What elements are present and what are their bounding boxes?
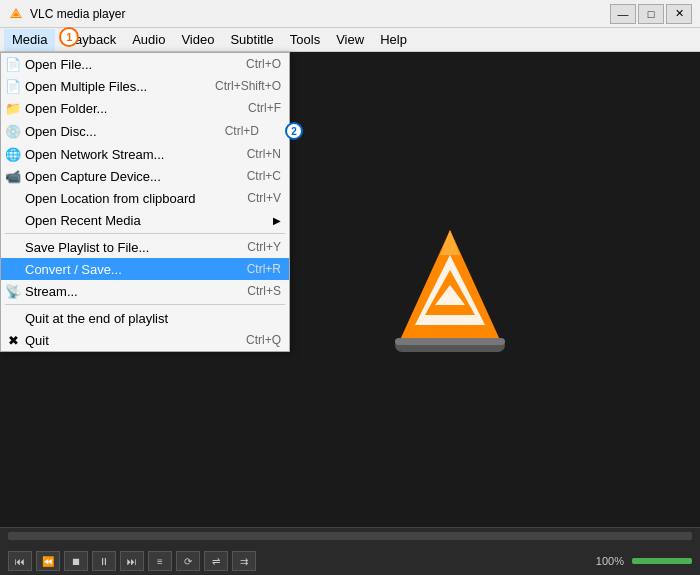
menu-item-open-network[interactable]: 🌐 Open Network Stream... Ctrl+N bbox=[1, 143, 289, 165]
pause-button[interactable]: ⏸ bbox=[92, 551, 116, 571]
volume-label: 100% bbox=[596, 555, 624, 567]
menu-view[interactable]: View bbox=[328, 29, 372, 51]
video-area: 📄 Open File... Ctrl+O 📄 Open Multiple Fi… bbox=[0, 52, 700, 527]
menu-item-save-playlist[interactable]: Save Playlist to File... Ctrl+Y bbox=[1, 236, 289, 258]
open-folder-shortcut: Ctrl+F bbox=[248, 101, 281, 115]
app-icon bbox=[8, 6, 24, 22]
separator-2 bbox=[5, 304, 285, 305]
open-location-shortcut: Ctrl+V bbox=[247, 191, 281, 205]
menu-video[interactable]: Video bbox=[173, 29, 222, 51]
menu-item-convert-save[interactable]: Convert / Save... Ctrl+R bbox=[1, 258, 289, 280]
playlist-button[interactable]: ≡ bbox=[148, 551, 172, 571]
menu-tools[interactable]: Tools bbox=[282, 29, 328, 51]
window-controls: — □ ✕ bbox=[610, 4, 692, 24]
open-multiple-shortcut: Ctrl+Shift+O bbox=[215, 79, 281, 93]
stop-button[interactable]: ⏹ bbox=[64, 551, 88, 571]
open-file-label: Open File... bbox=[25, 57, 226, 72]
open-disc-label: Open Disc... bbox=[25, 124, 205, 139]
menu-item-open-recent[interactable]: Open Recent Media ▶ bbox=[1, 209, 289, 231]
menu-item-open-folder[interactable]: 📁 Open Folder... Ctrl+F bbox=[1, 97, 289, 119]
separator-1 bbox=[5, 233, 285, 234]
open-capture-shortcut: Ctrl+C bbox=[247, 169, 281, 183]
menu-item-open-multiple[interactable]: 📄 Open Multiple Files... Ctrl+Shift+O bbox=[1, 75, 289, 97]
svg-rect-10 bbox=[395, 338, 505, 345]
open-folder-label: Open Folder... bbox=[25, 101, 228, 116]
rewind-button[interactable]: ⏪ bbox=[36, 551, 60, 571]
playback-controls: ⏮ ⏪ ⏹ ⏸ ⏭ ≡ ⟳ ⇌ ⇉ 100% bbox=[0, 527, 700, 575]
open-multiple-label: Open Multiple Files... bbox=[25, 79, 195, 94]
stream-label: Stream... bbox=[25, 284, 227, 299]
save-playlist-label: Save Playlist to File... bbox=[25, 240, 227, 255]
menu-item-open-disc[interactable]: 💿 Open Disc... Ctrl+D 2 bbox=[1, 119, 289, 143]
open-recent-arrow: ▶ bbox=[273, 215, 281, 226]
badge-2: 2 bbox=[285, 122, 303, 140]
open-capture-icon: 📹 bbox=[5, 168, 21, 184]
menubar: Media 1 Playback Audio Video Subtitle To… bbox=[0, 28, 700, 52]
volume-fill bbox=[632, 558, 692, 564]
convert-save-label: Convert / Save... bbox=[25, 262, 227, 277]
close-button[interactable]: ✕ bbox=[666, 4, 692, 24]
prev-button[interactable]: ⏮ bbox=[8, 551, 32, 571]
open-network-shortcut: Ctrl+N bbox=[247, 147, 281, 161]
menu-help[interactable]: Help bbox=[372, 29, 415, 51]
volume-bar[interactable] bbox=[632, 558, 692, 564]
quit-end-label: Quit at the end of playlist bbox=[25, 311, 281, 326]
quit-label: Quit bbox=[25, 333, 226, 348]
open-recent-label: Open Recent Media bbox=[25, 213, 269, 228]
quit-icon: ✖ bbox=[5, 332, 21, 348]
menu-media[interactable]: Media 1 bbox=[4, 29, 55, 51]
open-folder-icon: 📁 bbox=[5, 100, 21, 116]
loop-button[interactable]: ⟳ bbox=[176, 551, 200, 571]
open-multiple-icon: 📄 bbox=[5, 78, 21, 94]
menu-subtitle[interactable]: Subtitle bbox=[222, 29, 281, 51]
quit-shortcut: Ctrl+Q bbox=[246, 333, 281, 347]
seek-bar[interactable] bbox=[8, 532, 692, 540]
badge-1: 1 bbox=[59, 27, 79, 47]
menu-item-stream[interactable]: 📡 Stream... Ctrl+S bbox=[1, 280, 289, 302]
minimize-button[interactable]: — bbox=[610, 4, 636, 24]
window-title: VLC media player bbox=[30, 7, 610, 21]
open-file-shortcut: Ctrl+O bbox=[246, 57, 281, 71]
open-capture-label: Open Capture Device... bbox=[25, 169, 227, 184]
media-dropdown: 📄 Open File... Ctrl+O 📄 Open Multiple Fi… bbox=[0, 52, 290, 352]
menu-item-quit-end[interactable]: Quit at the end of playlist bbox=[1, 307, 289, 329]
menu-audio[interactable]: Audio bbox=[124, 29, 173, 51]
menu-item-open-location[interactable]: Open Location from clipboard Ctrl+V bbox=[1, 187, 289, 209]
open-network-icon: 🌐 bbox=[5, 146, 21, 162]
vlc-logo bbox=[390, 220, 510, 360]
stream-icon: 📡 bbox=[5, 283, 21, 299]
menu-item-open-file[interactable]: 📄 Open File... Ctrl+O bbox=[1, 53, 289, 75]
maximize-button[interactable]: □ bbox=[638, 4, 664, 24]
titlebar: VLC media player — □ ✕ bbox=[0, 0, 700, 28]
open-disc-shortcut: Ctrl+D bbox=[225, 124, 259, 138]
extra-button1[interactable]: ⇉ bbox=[232, 551, 256, 571]
shuffle-button[interactable]: ⇌ bbox=[204, 551, 228, 571]
convert-save-shortcut: Ctrl+R bbox=[247, 262, 281, 276]
next-button[interactable]: ⏭ bbox=[120, 551, 144, 571]
open-disc-icon: 💿 bbox=[5, 123, 21, 139]
save-playlist-shortcut: Ctrl+Y bbox=[247, 240, 281, 254]
open-file-icon: 📄 bbox=[5, 56, 21, 72]
stream-shortcut: Ctrl+S bbox=[247, 284, 281, 298]
menu-item-open-capture[interactable]: 📹 Open Capture Device... Ctrl+C bbox=[1, 165, 289, 187]
menu-item-quit[interactable]: ✖ Quit Ctrl+Q bbox=[1, 329, 289, 351]
controls-row: ⏮ ⏪ ⏹ ⏸ ⏭ ≡ ⟳ ⇌ ⇉ 100% bbox=[8, 551, 692, 571]
open-network-label: Open Network Stream... bbox=[25, 147, 227, 162]
svg-marker-8 bbox=[440, 230, 460, 255]
open-location-label: Open Location from clipboard bbox=[25, 191, 227, 206]
